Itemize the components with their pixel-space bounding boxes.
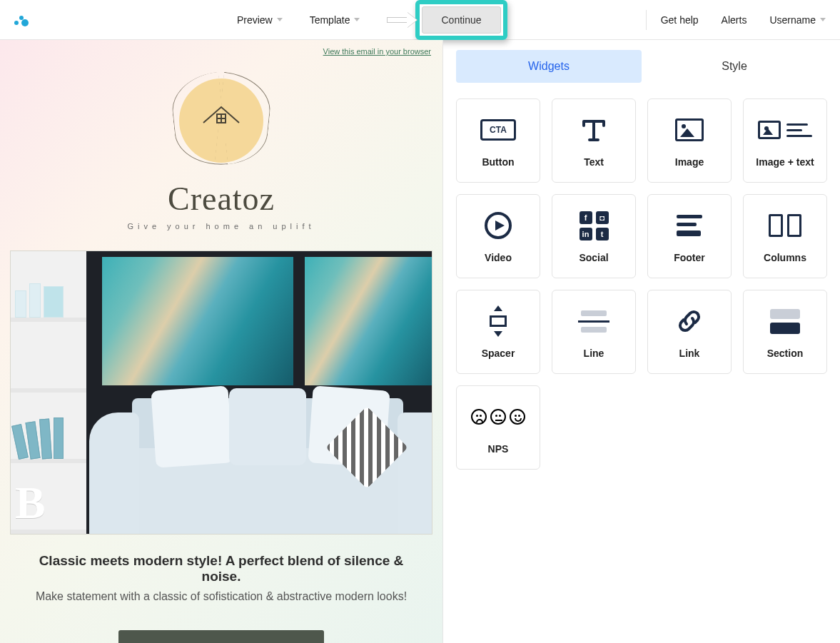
get-help-link[interactable]: Get help — [659, 10, 700, 30]
logo-icon — [13, 11, 31, 29]
tab-style[interactable]: Style — [642, 50, 827, 83]
continue-button[interactable]: Continue — [422, 6, 500, 34]
link-icon — [674, 305, 704, 338]
video-icon — [483, 209, 513, 242]
section-icon — [770, 305, 800, 338]
text-icon — [580, 113, 608, 146]
widget-label: Section — [767, 348, 804, 359]
copy-subheading: Make statement with a classic of sofisti… — [19, 590, 424, 603]
tab-widgets[interactable]: Widgets — [456, 50, 642, 83]
panel-tabs: Widgets Style — [443, 40, 840, 83]
alerts-link[interactable]: Alerts — [720, 10, 749, 30]
image-text-icon — [758, 113, 812, 146]
spacer-icon — [487, 305, 509, 338]
cta-icon: CTA — [480, 113, 516, 146]
image-icon — [675, 113, 704, 146]
widget-label: Text — [584, 156, 604, 168]
widget-nps[interactable]: NPS — [456, 385, 540, 470]
widget-text[interactable]: Text — [552, 98, 636, 183]
widget-label: Spacer — [482, 348, 515, 359]
center-nav: Preview Template Continue — [234, 0, 507, 40]
widget-spacer[interactable]: Spacer — [456, 290, 540, 374]
widgets-grid: CTA Button Text Image — [443, 83, 840, 470]
template-dropdown[interactable]: Template — [307, 10, 363, 30]
brand-name: Creatoz — [0, 180, 442, 218]
hero-image: B — [10, 250, 432, 535]
line-icon — [578, 305, 609, 338]
widget-section[interactable]: Section — [743, 290, 827, 374]
top-nav: mainbrainer Preview Template Continue Ge… — [0, 0, 840, 40]
widget-label: Link — [679, 348, 700, 359]
widget-link[interactable]: Link — [647, 290, 732, 374]
footer-icon — [677, 209, 702, 242]
copy-block: Classic meets modern style! A perfect bl… — [0, 535, 442, 616]
continue-highlight-box: Continue — [415, 0, 507, 40]
chevron-down-icon — [277, 18, 283, 21]
widget-label: Line — [584, 348, 604, 359]
widget-footer[interactable]: Footer — [647, 194, 732, 278]
widget-label: Social — [579, 252, 608, 263]
callout-arrow-icon — [387, 10, 418, 30]
widget-label: Button — [482, 156, 514, 168]
widget-label: Video — [485, 252, 512, 263]
continue-highlight-wrap: Continue — [387, 0, 507, 40]
widget-image[interactable]: Image — [647, 98, 732, 183]
widget-social[interactable]: f◘int Social — [552, 194, 636, 278]
widget-button[interactable]: CTA Button — [456, 98, 540, 183]
widget-line[interactable]: Line — [552, 290, 636, 374]
widget-label: Footer — [674, 252, 705, 263]
copy-heading: Classic meets modern style! A perfect bl… — [19, 553, 424, 584]
columns-icon — [769, 209, 801, 242]
widget-label: Image — [675, 156, 704, 168]
brand-tagline: Give your home an uplift — [0, 222, 442, 231]
brand-block: Creatoz Give your home an uplift — [0, 57, 442, 238]
explore-collection-button[interactable]: Explore our latest collection — [118, 630, 325, 643]
main-split: View this email in your browser Creatoz … — [0, 40, 840, 643]
nps-icon — [471, 400, 525, 433]
widget-label: Columns — [764, 252, 806, 263]
username-dropdown[interactable]: Username — [768, 10, 827, 30]
brand-logo-icon — [175, 74, 268, 167]
right-nav: Get help Alerts Username — [633, 10, 827, 30]
side-panel: Widgets Style CTA Button Text Image — [443, 40, 840, 643]
widget-columns[interactable]: Columns — [743, 194, 827, 278]
widget-label: NPS — [488, 443, 509, 455]
chevron-down-icon — [820, 18, 826, 21]
nav-divider — [646, 10, 647, 30]
email-canvas[interactable]: View this email in your browser Creatoz … — [0, 40, 443, 643]
widget-image-text[interactable]: Image + text — [743, 98, 827, 183]
widget-label: Image + text — [756, 156, 814, 168]
view-in-browser-link[interactable]: View this email in your browser — [0, 40, 442, 57]
preview-dropdown[interactable]: Preview — [234, 10, 285, 30]
social-icon: f◘int — [580, 209, 609, 242]
svg-marker-5 — [495, 221, 505, 231]
chevron-down-icon — [354, 18, 360, 21]
widget-video[interactable]: Video — [456, 194, 540, 278]
